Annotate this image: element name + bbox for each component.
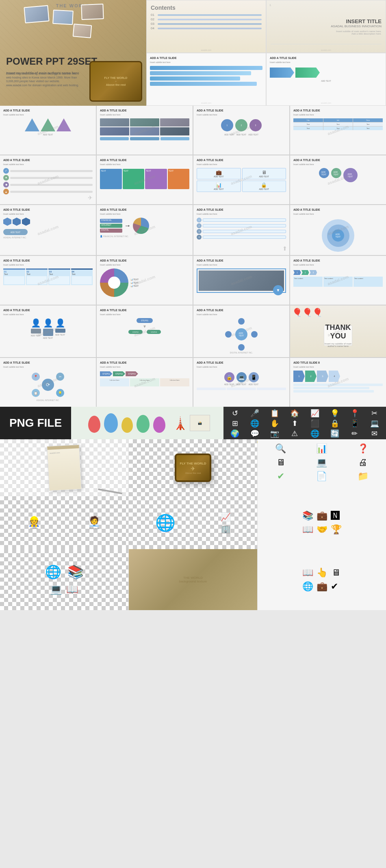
plane-icon: ✈ xyxy=(88,194,93,201)
slide-8b[interactable]: ADD TITLE SLIDE 8 Insert subtitle text h… xyxy=(290,358,386,407)
thank-you-sub: Insert my subtitle of main author's name… xyxy=(324,342,352,347)
asset-paper: asadal.com xyxy=(0,439,128,496)
slide-10[interactable]: ADD A TITLE SLIDE Insert subtitle text h… xyxy=(97,155,193,204)
slide-3-sub: Insert subtitle text here xyxy=(150,61,262,63)
banner-photo-4 xyxy=(73,24,92,38)
slide-3-title: ADD A TITLE SLIDE xyxy=(150,57,262,59)
icon-chart: 📈 xyxy=(310,409,319,418)
slide-6[interactable]: ADD A TITLE SLIDE Insert subtitle text h… xyxy=(97,106,193,155)
contents-line-4: 04 xyxy=(151,26,262,30)
suitcase-line1: FLY THE WORLD xyxy=(104,76,128,79)
png-assets-bottom: 👷 Worker 🧑‍💼 Business 🌐 📈 🏢 📚 💼 🅽 📖 xyxy=(0,496,386,549)
png-balloons: 🗼 📸 xyxy=(71,407,223,439)
slide-16[interactable]: ADD A TITLE SLIDE Insert subtitle text h… xyxy=(290,205,386,255)
icon-refresh: ↺ xyxy=(232,409,238,418)
books-icon: 📖 xyxy=(302,524,313,535)
slide-22[interactable]: ADD A TITLE SLIDE Insert subtitle text h… xyxy=(97,305,193,357)
contents-line-2: 02 xyxy=(151,17,262,21)
desc-13: ASADAL INTERNET INC. xyxy=(3,236,93,239)
insert-title-slide[interactable]: I. INSERT TITLE ASADAL BUSINESS INNOVATI… xyxy=(266,0,386,53)
insert-title-main: INSERT TITLE xyxy=(346,18,382,24)
png-header-row: PNG FILE 🗼 📸 ↺ 🎤 📋 🏠 📈 💡 xyxy=(0,407,386,439)
slide-26[interactable]: ADD A TITLE SLIDE Insert subtitle text h… xyxy=(97,358,193,407)
slide-18[interactable]: ADD A TITLE SLIDE Insert subtitle text h… xyxy=(97,256,193,305)
slide-5[interactable]: ADD A TITLE SLIDE Insert subtitle text h… xyxy=(0,106,96,155)
icon-chart-3d: 📊 xyxy=(303,443,340,454)
touch-icon: 👆 xyxy=(317,567,327,578)
briefcase-icon: 💼 xyxy=(317,510,327,521)
pie-18: 📊 TEXT 📊 TEXT 📊 TEXT xyxy=(100,268,189,297)
slide-7[interactable]: ADD A TITLE SLIDE Insert subtitle text h… xyxy=(193,106,289,155)
notepad-asset: asadal.com xyxy=(47,445,82,491)
hand-icon: 🤝 xyxy=(317,524,327,535)
png-label-box: PNG FILE xyxy=(0,407,71,439)
laptop-asset: 💻 xyxy=(50,584,62,595)
icon-laptop-3d: 💻 xyxy=(303,457,340,468)
icon-grid: ⊞ xyxy=(232,419,238,428)
banner-photo-1 xyxy=(24,5,49,23)
asset-globe-books: 🌐 📚 💻 📖 xyxy=(0,549,128,610)
icon-camera: 📷 xyxy=(270,429,279,438)
small-icons-row: 📈 🏢 xyxy=(221,512,231,534)
step-process-26: STEP01 STEP02 STEP03 xyxy=(100,371,189,376)
icon-lock: 🔒 xyxy=(330,419,339,428)
person-14: 👤 FINANCIAL INTERNET INC. xyxy=(100,235,189,238)
icon-mic: 🎤 xyxy=(250,409,259,418)
slide-11[interactable]: ADD A TITLE SLIDE Insert subtitle text h… xyxy=(193,155,289,204)
icon-globe: 🌐 xyxy=(250,419,259,428)
slide-21[interactable]: ADD A TITLE SLIDE Insert subtitle text h… xyxy=(0,305,96,357)
contents-title: Contents xyxy=(151,4,262,11)
contents-slide[interactable]: Contents 01 02 03 04 asadal.com xyxy=(146,0,266,53)
right-bottom-row: ADD A TITLE SLIDE Insert subtitle text h… xyxy=(146,53,386,106)
slide-13[interactable]: ADD A TITLE SLIDE Insert subtitle text h… xyxy=(0,205,96,255)
slide-17[interactable]: ADD A TITLE SLIDE Insert subtitle text h… xyxy=(0,256,96,305)
slide-27[interactable]: ADD A TITLE SLIDE Insert subtitle text h… xyxy=(193,358,289,407)
icon-document: 📄 xyxy=(303,471,340,482)
slide-3[interactable]: ADD A TITLE SLIDE Insert subtitle text h… xyxy=(146,53,266,106)
icon-warning: ⚠ xyxy=(291,429,298,438)
png-assets-last: 🌐 📚 💻 📖 THE WORLDbackground texture 📖 👆 … xyxy=(0,549,386,610)
asset-more-icons: 📖 👆 🖥 🌐 💼 ✔ xyxy=(258,549,386,610)
globe-small: 🌐 xyxy=(302,581,313,592)
insert-title-desc: Insert subtitle of main author's name he… xyxy=(336,30,382,35)
suitcase-line2: Above the rest xyxy=(106,83,126,86)
decor-line xyxy=(271,44,382,44)
slide-14[interactable]: ADD A TITLE SLIDE Insert subtitle text h… xyxy=(97,205,193,255)
slide-8b-title: ADD TITLE SLIDE 8 xyxy=(293,361,383,364)
slide-15[interactable]: ADD A TITLE SLIDE Insert subtitle text h… xyxy=(193,205,289,255)
slide-9[interactable]: ADD A TITLE SLIDE Insert subtitle text h… xyxy=(0,155,96,204)
add-text-13: ADD TEXT xyxy=(3,229,28,235)
banner-photo-3 xyxy=(81,4,104,20)
add-text-row-7: ADD TEXT ADD TEXT ADD TEXT xyxy=(197,133,286,136)
book-icon: 📚 xyxy=(302,510,313,521)
slide-20[interactable]: ADD A TITLE SLIDE Insert subtitle text h… xyxy=(290,256,386,305)
postcard-icon: 📸 xyxy=(190,415,210,431)
icon-folders: 📁 xyxy=(344,471,382,482)
icon-help: ❓ xyxy=(344,443,382,454)
monitor-icon: 🖥 xyxy=(331,567,342,578)
icon-clipboard: 📋 xyxy=(270,409,279,418)
icon-bulb: 💡 xyxy=(330,409,339,418)
slide-4[interactable]: ADD A TITLE SLIDE Insert subtitle text h… xyxy=(266,53,386,106)
slide-19[interactable]: ADD A TITLE SLIDE Insert subtitle text h… xyxy=(193,256,289,305)
watermark-3: asadal.com xyxy=(201,102,212,104)
add-text-row-6 xyxy=(100,137,189,140)
balloons-24: 🎈🎈🎈 xyxy=(292,308,323,317)
checklist-icon: ✔ xyxy=(331,581,342,592)
icon-magnifier: 🔍 xyxy=(262,443,299,454)
insert-title-label: I. xyxy=(270,4,271,7)
icon-pin: 📍 xyxy=(350,409,359,418)
contents-line-3: 03 xyxy=(151,22,262,26)
person-asset-2: 🧑‍💼 Business xyxy=(88,516,100,530)
top-section: THE WORLD POWER PPT 29SET Insert my subt… xyxy=(0,0,386,106)
slide-24[interactable]: 🎈🎈🎈 THANK YOU Insert my subtitle of main… xyxy=(290,305,386,357)
icon-cycle: 🔄 xyxy=(330,429,339,438)
slide-23[interactable]: ADD A TITLE SLIDE Insert subtitle text h… xyxy=(193,305,289,357)
award-icon: 🏆 xyxy=(331,524,342,535)
slide-25[interactable]: ADD A TITLE SLIDE Insert subtitle text h… xyxy=(0,358,96,407)
slide-8[interactable]: ADD A TITLE SLIDE Insert subtitle text h… xyxy=(290,106,386,155)
icon-hand: ✋ xyxy=(270,419,279,428)
globe-large: 🌐 xyxy=(45,564,61,580)
watermark-2: asadal.com xyxy=(321,49,332,51)
slide-12[interactable]: ADD A TITLE SLIDE Insert subtitle text h… xyxy=(290,155,386,204)
